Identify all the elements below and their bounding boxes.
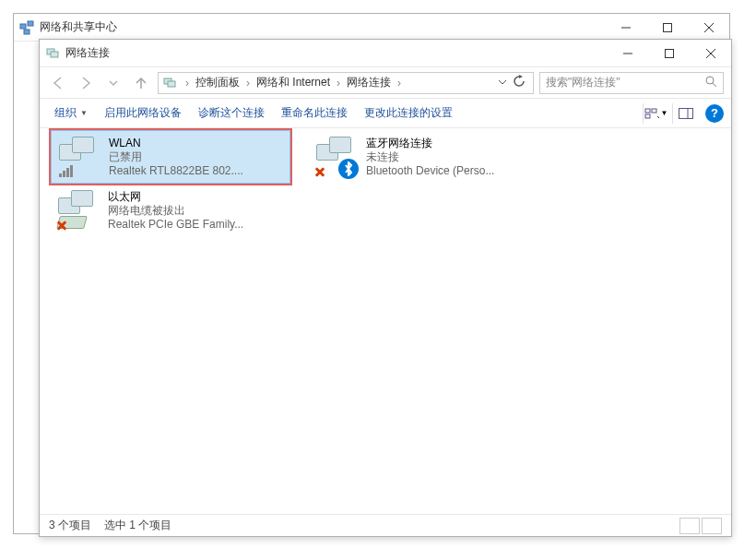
connection-info: WLAN已禁用Realtek RTL8822BE 802.... [109,137,243,178]
preview-pane-button[interactable] [672,103,698,124]
status-bar: 3 个项目 选中 1 个项目 [40,514,731,536]
svg-rect-19 [652,109,656,113]
help-button[interactable]: ? [705,104,724,123]
large-icons-view-button[interactable] [702,518,722,534]
sep-icon: › [181,77,194,90]
maximize-button[interactable] [648,40,690,66]
connection-name: 以太网 [108,190,243,204]
view-options-button[interactable]: ▼ [643,103,668,124]
search-icon [704,75,717,90]
svg-rect-4 [663,23,671,31]
svg-rect-8 [51,52,58,57]
item-count: 3 个项目 [49,518,91,533]
connection-status: 已禁用 [109,150,243,164]
connection-item[interactable]: 以太网网络电缆被拔出Realtek PCIe GBE Family... [51,184,290,237]
connection-device: Realtek PCIe GBE Family... [108,218,243,232]
connection-name: WLAN [109,137,243,150]
parent-maximize-button[interactable] [646,14,688,41]
connection-status: 网络电缆被拔出 [108,204,243,218]
selected-count: 选中 1 个项目 [104,518,171,533]
breadcrumb[interactable]: › 控制面板 › 网络和 Internet › 网络连接 › [158,72,534,94]
close-button[interactable] [690,40,731,66]
network-center-icon [19,20,34,35]
svg-rect-18 [645,109,650,113]
ethernet-icon [54,188,100,233]
svg-point-16 [706,77,714,84]
svg-rect-21 [679,108,692,118]
parent-title: 网络和共享中心 [40,19,605,35]
crumb-network-connections[interactable]: 网络连接 [345,75,393,90]
connection-device: Realtek RTL8822BE 802.... [109,164,243,178]
svg-line-17 [713,83,716,87]
connection-name: 蓝牙网络连接 [366,137,494,150]
sep-icon: › [332,77,345,90]
svg-rect-1 [28,21,33,26]
svg-rect-2 [24,30,30,34]
bluetooth-icon [313,135,359,179]
connection-item[interactable]: WLAN已禁用Realtek RTL8822BE 802.... [51,130,290,184]
parent-minimize-button[interactable] [605,14,646,41]
search-placeholder: 搜索"网络连接" [546,75,620,90]
up-button[interactable] [130,72,152,94]
error-x-icon [54,218,69,233]
error-x-icon [313,164,327,179]
diagnose-button[interactable]: 诊断这个连接 [191,101,272,125]
connections-list: WLAN已禁用Realtek RTL8822BE 802....蓝牙网络连接未连… [40,128,731,534]
network-connections-window: 网络连接 › 控制面板 › 网络和 Internet › 网络连接 › 搜索"网 [39,39,732,537]
network-connections-icon [45,46,60,61]
refresh-icon[interactable] [513,75,526,90]
breadcrumb-icon [162,76,177,90]
address-bar: › 控制面板 › 网络和 Internet › 网络连接 › 搜索"网络连接" [40,67,731,99]
connection-device: Bluetooth Device (Perso... [366,164,494,178]
svg-rect-20 [645,114,650,118]
minimize-button[interactable] [607,40,648,66]
chevron-down-icon: ▼ [80,109,88,117]
crumb-network-internet[interactable]: 网络和 Internet [254,75,332,90]
back-button[interactable] [47,72,69,94]
window-title: 网络连接 [65,45,607,61]
breadcrumb-dropdown-icon[interactable] [498,77,507,90]
parent-titlebar[interactable]: 网络和共享中心 [14,14,729,42]
search-input[interactable]: 搜索"网络连接" [539,72,724,94]
recent-button[interactable] [102,72,124,94]
organize-button[interactable]: 组织▼ [47,101,95,125]
titlebar[interactable]: 网络连接 [40,40,731,67]
enable-device-button[interactable]: 启用此网络设备 [97,101,189,125]
svg-rect-0 [20,24,26,29]
details-view-button[interactable] [679,518,700,534]
forward-button[interactable] [75,72,97,94]
wlan-icon [55,135,101,179]
sep-icon: › [242,77,254,90]
crumb-control-panel[interactable]: 控制面板 [194,75,242,90]
rename-button[interactable]: 重命名此连接 [274,101,355,125]
connection-info: 以太网网络电缆被拔出Realtek PCIe GBE Family... [108,190,243,232]
change-settings-button[interactable]: 更改此连接的设置 [357,101,460,125]
connection-item[interactable]: 蓝牙网络连接未连接Bluetooth Device (Perso... [309,130,549,184]
command-bar: 组织▼ 启用此网络设备 诊断这个连接 重命名此连接 更改此连接的设置 ▼ ? [40,99,731,128]
connection-status: 未连接 [366,150,494,164]
sep-icon: › [393,77,406,90]
parent-close-button[interactable] [688,14,729,41]
connection-info: 蓝牙网络连接未连接Bluetooth Device (Perso... [366,137,494,178]
svg-rect-10 [665,49,673,57]
svg-rect-15 [168,81,175,87]
